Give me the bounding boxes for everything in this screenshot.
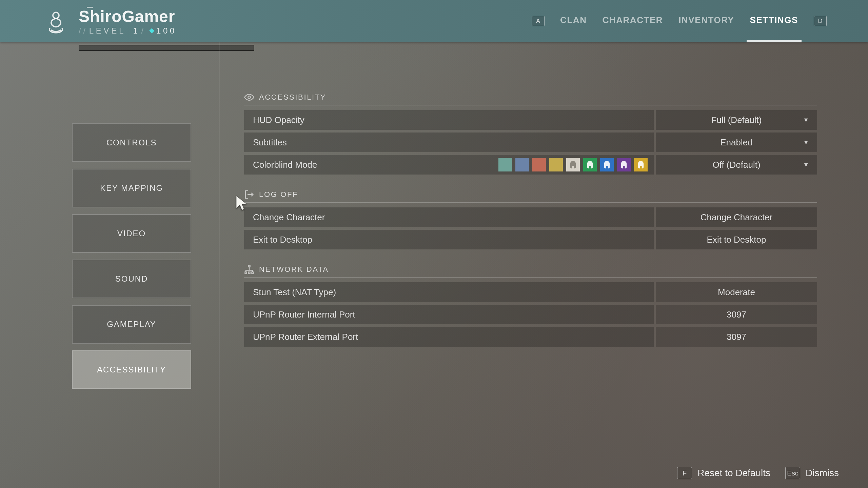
sidebar-item-controls[interactable]: CONTROLS	[72, 123, 191, 162]
value-colorblind: Off (Default)	[712, 160, 760, 170]
row-upnp-external: UPnP Router External Port 3097	[244, 327, 817, 347]
section-title-network: NETWORK DATA	[259, 265, 329, 274]
sidebar-item-accessibility[interactable]: ACCESSIBILITY	[72, 350, 191, 389]
color-swatch	[532, 158, 546, 171]
label-colorblind: Colorblind Mode	[244, 155, 654, 175]
svg-rect-5	[252, 272, 254, 274]
light-value: 100	[156, 26, 177, 36]
eye-icon	[244, 92, 254, 102]
label-upnp-external: UPnP Router External Port	[244, 327, 654, 347]
level-label: LEVEL	[89, 26, 126, 36]
chevron-down-icon: ▼	[803, 161, 809, 168]
section-title-logoff: LOG OFF	[259, 190, 298, 199]
player-name: ShiroGamer	[79, 8, 177, 25]
player-info: ShiroGamer // LEVEL 1 / ◆ 100	[79, 8, 177, 36]
chevron-down-icon: ▼	[803, 117, 809, 124]
value-hud-opacity: Full (Default)	[711, 115, 762, 125]
svg-rect-2	[249, 265, 250, 267]
network-icon	[244, 264, 254, 274]
light-icon: ◆	[149, 26, 154, 34]
settings-sidebar: CONTROLS KEY MAPPING VIDEO SOUND GAMEPLA…	[72, 123, 191, 389]
label-reset-defaults: Reset to Defaults	[697, 468, 770, 479]
vertical-divider	[219, 42, 220, 488]
label-colorblind-text: Colorblind Mode	[253, 160, 317, 170]
section-head-accessibility: ACCESSIBILITY	[244, 89, 817, 105]
row-subtitles: Subtitles Enabled ▼	[244, 133, 817, 152]
top-nav: A CLAN CHARACTER INVENTORY SETTINGS D	[532, 0, 827, 42]
sidebar-item-gameplay[interactable]: GAMEPLAY	[72, 305, 191, 344]
nav-character[interactable]: CHARACTER	[603, 15, 663, 27]
level-value: 1	[133, 26, 140, 36]
nav-inventory[interactable]: INVENTORY	[678, 15, 734, 27]
svg-point-1	[248, 96, 251, 99]
label-stun: Stun Test (NAT Type)	[244, 282, 654, 302]
nav-clan[interactable]: CLAN	[560, 15, 587, 27]
sidebar-item-key-mapping[interactable]: KEY MAPPING	[72, 169, 191, 207]
row-exit-desktop: Exit to Desktop Exit to Desktop	[244, 230, 817, 249]
chevron-down-icon: ▼	[803, 139, 809, 146]
label-exit-desktop: Exit to Desktop	[244, 230, 654, 249]
value-upnp-external: 3097	[656, 327, 817, 347]
key-hint-dismiss: Esc	[785, 467, 800, 479]
helmet-swatch	[634, 158, 648, 171]
row-stun: Stun Test (NAT Type) Moderate	[244, 282, 817, 302]
label-upnp-internal: UPnP Router Internal Port	[244, 305, 654, 324]
select-colorblind[interactable]: Off (Default) ▼	[656, 155, 817, 175]
svg-rect-3	[245, 272, 247, 274]
helmet-swatch	[600, 158, 614, 171]
sidebar-item-sound[interactable]: SOUND	[72, 260, 191, 298]
section-head-logoff: LOG OFF	[244, 187, 817, 203]
button-exit-desktop[interactable]: Exit to Desktop	[656, 230, 817, 249]
label-change-character: Change Character	[244, 207, 654, 227]
top-bar: ShiroGamer // LEVEL 1 / ◆ 100 A CLAN CHA…	[0, 0, 868, 42]
row-upnp-internal: UPnP Router Internal Port 3097	[244, 305, 817, 324]
player-emblem-icon	[40, 7, 72, 39]
sidebar-item-video[interactable]: VIDEO	[72, 214, 191, 253]
color-swatch	[549, 158, 563, 171]
label-subtitles: Subtitles	[244, 133, 654, 152]
label-dismiss: Dismiss	[806, 468, 839, 479]
settings-content: ACCESSIBILITY HUD Opacity Full (Default)…	[244, 89, 817, 349]
svg-point-0	[53, 12, 59, 18]
footer: F Reset to Defaults Esc Dismiss	[677, 467, 839, 479]
helmet-swatch	[566, 158, 580, 171]
helmet-swatch	[617, 158, 631, 171]
emblem-decor	[87, 7, 93, 8]
color-swatch	[498, 158, 512, 171]
svg-rect-4	[249, 272, 250, 274]
button-dismiss[interactable]: Esc Dismiss	[785, 467, 839, 479]
color-swatch	[515, 158, 529, 171]
button-reset-defaults[interactable]: F Reset to Defaults	[677, 467, 770, 479]
row-colorblind: Colorblind Mode Off (Default) ▼	[244, 155, 817, 175]
label-hud-opacity: HUD Opacity	[244, 110, 654, 130]
colorblind-swatches	[498, 158, 648, 171]
player-level-line: // LEVEL 1 / ◆ 100	[79, 26, 177, 36]
nav-key-right[interactable]: D	[814, 16, 827, 26]
section-title-accessibility: ACCESSIBILITY	[259, 93, 326, 102]
nav-settings[interactable]: SETTINGS	[750, 15, 798, 27]
select-subtitles[interactable]: Enabled ▼	[656, 133, 817, 152]
section-head-network: NETWORK DATA	[244, 262, 817, 278]
select-hud-opacity[interactable]: Full (Default) ▼	[656, 110, 817, 130]
value-subtitles: Enabled	[720, 137, 752, 148]
value-stun: Moderate	[656, 282, 817, 302]
helmet-swatch	[583, 158, 597, 171]
value-upnp-internal: 3097	[656, 305, 817, 324]
row-change-character: Change Character Change Character	[244, 207, 817, 227]
button-change-character[interactable]: Change Character	[656, 207, 817, 227]
xp-bar	[79, 45, 254, 51]
nav-key-left[interactable]: A	[532, 16, 545, 26]
mouse-cursor-icon	[235, 195, 248, 212]
row-hud-opacity: HUD Opacity Full (Default) ▼	[244, 110, 817, 130]
key-hint-reset: F	[677, 467, 692, 479]
